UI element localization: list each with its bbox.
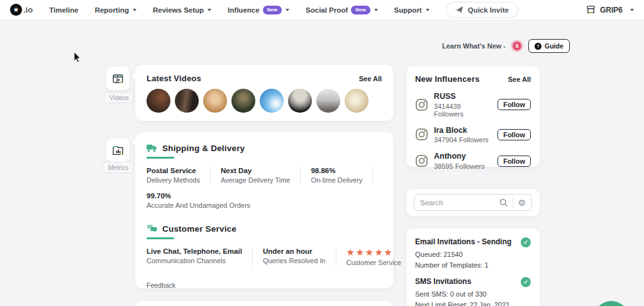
chevron-down-icon (133, 9, 136, 11)
account-label: GRIP6 (600, 6, 623, 14)
new-influencers-card: New Influencers See All RUSS 3414439 Fol… (406, 66, 540, 167)
notification-badge[interactable]: 5 (511, 40, 523, 52)
influencer-row: RUSS 3414439 Followers Follow (415, 92, 531, 118)
video-avatar-row (147, 89, 382, 113)
email-templates-line: Number of Templates: 1 (415, 261, 531, 269)
follow-button[interactable]: Follow (497, 99, 531, 110)
search-icon[interactable] (499, 198, 508, 207)
video-icon (111, 72, 125, 85)
video-avatar[interactable] (260, 89, 284, 113)
influencer-followers: 38595 Followers (434, 162, 485, 170)
stat-label: Average Delivery Time (221, 176, 290, 184)
sms-reset-line: Next Limit Reset: 22 Jan, 2021 (415, 301, 531, 306)
videos-shortcut-tile[interactable] (106, 67, 130, 90)
check-icon: ✓ (521, 277, 531, 287)
influencer-followers: 347904 Followers (434, 136, 489, 144)
metrics-summary-card: Shipping & Delivery Postal Service Deliv… (135, 132, 393, 288)
influencer-name: Ira Block (434, 126, 489, 136)
nav-item-influence[interactable]: Influence New (228, 6, 289, 14)
stat-value: Postal Service (147, 167, 200, 174)
question-icon: ? (535, 43, 541, 50)
video-avatar[interactable] (288, 89, 312, 113)
stat-label: Queries Resolved In (263, 257, 326, 264)
stat-divider (372, 167, 373, 184)
influencer-row: Ira Block 347904 Followers Follow (415, 126, 531, 144)
video-avatar[interactable] (316, 89, 340, 113)
sms-sent-line: Sent SMS: 0 out of 330 (415, 290, 531, 298)
stat-label: Customer Service (347, 259, 401, 266)
follow-button[interactable]: Follow (497, 156, 531, 167)
dashboard-screen: ★ .io Timeline Reporting Reviews Setup I… (0, 0, 644, 306)
stat-value: 98.86% (311, 167, 362, 174)
chevron-down-icon (374, 9, 378, 11)
quick-invite-button[interactable]: Quick Invite (446, 2, 518, 18)
metrics-label: Metrics (108, 164, 128, 171)
influencer-info: Ira Block 347904 Followers (434, 126, 489, 144)
top-navbar: ★ .io Timeline Reporting Reviews Setup I… (0, 0, 644, 20)
shipping-section-title: Shipping & Delivery (162, 144, 245, 153)
influencer-name: RUSS (434, 92, 492, 102)
latest-videos-card: Latest Videos See All (135, 65, 393, 121)
account-menu[interactable]: GRIP6 (586, 4, 634, 15)
chevron-down-icon (426, 9, 430, 11)
nav-item-reporting[interactable]: Reporting (95, 6, 136, 14)
video-avatar[interactable] (147, 89, 170, 113)
video-avatar[interactable] (175, 89, 199, 113)
sms-invitations-title: SMS Invitations (415, 277, 471, 286)
email-queued-line: Queued: 21540 (415, 251, 531, 258)
stat-communication-channels: Live Chat, Telephone, Email Communicatio… (147, 247, 252, 266)
guide-button[interactable]: ? Guide (528, 39, 570, 53)
gear-icon[interactable]: ⚙ (518, 198, 526, 207)
videos-tile-label: Videos (104, 92, 134, 103)
stat-value: Under an hour (263, 247, 326, 255)
influencer-info: RUSS 3414439 Followers (434, 92, 492, 118)
mouse-cursor (73, 52, 82, 63)
guide-label: Guide (545, 42, 564, 50)
stat-queries-resolved: Under an hour Queries Resolved In (252, 247, 336, 266)
instagram-icon (415, 98, 428, 111)
chat-widget-button[interactable] (594, 301, 629, 306)
search-input[interactable] (420, 199, 495, 207)
follow-button[interactable]: Follow (497, 129, 531, 140)
stat-label: On-time Delivery (311, 176, 362, 184)
stat-value: Live Chat, Telephone, Email (147, 247, 242, 255)
instagram-icon (415, 154, 428, 167)
new-badge: New (351, 6, 370, 14)
stat-accurate-orders: 99.70% Accurate And Undamaged Orders (147, 192, 260, 209)
metrics-folder-icon (111, 144, 125, 157)
chevron-down-icon (286, 9, 289, 11)
stat-value: Next Day (221, 167, 290, 174)
search-box: ⚙ (414, 194, 532, 211)
email-invitations-title: Email Invitations - Sending (415, 237, 511, 246)
metrics-shortcut-tile[interactable] (106, 139, 130, 162)
nav-item-reviews-setup[interactable]: Reviews Setup (153, 6, 211, 14)
influencer-name: Anthony (434, 152, 485, 162)
section-underline (147, 157, 174, 159)
nav-item-social-proof[interactable]: Social Proof New (306, 6, 378, 14)
chevron-down-icon (630, 9, 634, 11)
nav-item-label: Timeline (49, 6, 78, 14)
influencer-followers: 3414439 Followers (434, 103, 492, 118)
shipping-stats-row-2: 99.70% Accurate And Undamaged Orders (147, 192, 382, 209)
shipping-stats-row: Postal Service Delivery Methods Next Day… (147, 167, 382, 184)
nav-item-label: Influence (228, 6, 259, 14)
stat-label: Delivery Methods (147, 176, 200, 184)
stat-label: Communication Channels (147, 257, 242, 264)
influencers-title: New Influencers (415, 74, 480, 84)
customer-service-stats-row: Live Chat, Telephone, Email Communicatio… (147, 247, 382, 266)
nav-item-timeline[interactable]: Timeline (49, 6, 78, 14)
video-avatar[interactable] (231, 89, 255, 113)
whats-new-label: Learn What's New - (442, 42, 506, 50)
logo-text: .io (23, 5, 33, 14)
app-logo[interactable]: ★ .io (10, 4, 33, 16)
video-avatar[interactable] (345, 89, 369, 113)
stat-on-time-delivery: 98.86% On-time Delivery (300, 167, 372, 184)
feedback-link[interactable]: Feedback (147, 281, 382, 289)
nav-item-support[interactable]: Support (394, 6, 430, 14)
video-avatar[interactable] (203, 89, 227, 113)
truck-icon (147, 144, 157, 152)
stat-label: Accurate And Undamaged Orders (147, 201, 250, 209)
influencers-see-all-link[interactable]: See All (508, 76, 531, 83)
videos-see-all-link[interactable]: See All (359, 75, 382, 82)
logo-star-icon: ★ (10, 4, 22, 16)
